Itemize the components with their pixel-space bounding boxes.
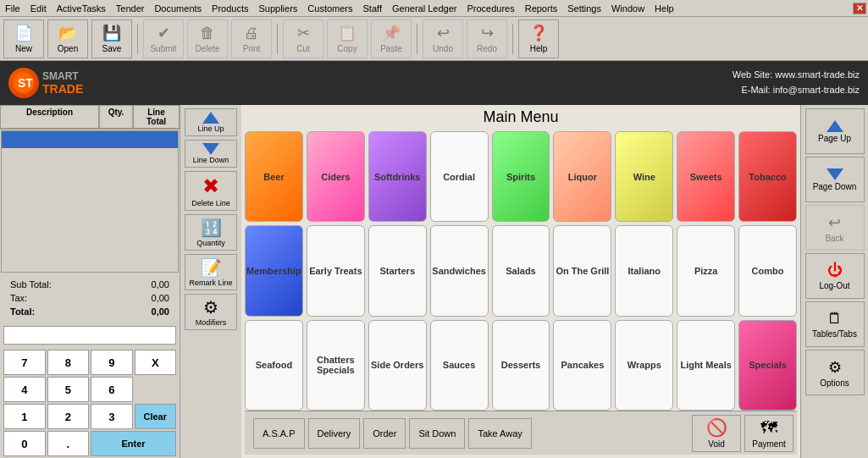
num-1[interactable]: 1	[3, 404, 46, 429]
menu-btn-pizza[interactable]: Pizza	[677, 225, 735, 316]
menu-btn-softdrinks[interactable]: Softdrinks	[368, 131, 427, 222]
menu-btn-light-meals[interactable]: Light Meals	[677, 320, 735, 411]
page-down-button[interactable]: Page Down	[805, 157, 865, 202]
menu-btn-liquor[interactable]: Liquor	[553, 131, 611, 222]
menu-btn-spirits[interactable]: Spirits	[492, 131, 550, 222]
menu-procedures[interactable]: Procedures	[462, 2, 519, 15]
menu-btn-tobacco[interactable]: Tobacco	[738, 131, 797, 222]
num-6[interactable]: 6	[91, 377, 133, 402]
line-up-button[interactable]: Line Up	[185, 108, 237, 136]
menu-btn-ciders[interactable]: Ciders	[307, 131, 365, 222]
num-2[interactable]: 2	[47, 404, 90, 429]
menu-btn-wine[interactable]: Wine	[615, 131, 673, 222]
tax-label: Tax:	[8, 292, 117, 304]
options-button[interactable]: ⚙ Options	[805, 350, 865, 395]
clear-button[interactable]: Clear	[135, 404, 177, 429]
menu-btn-pancakes[interactable]: Pancakes	[553, 320, 611, 411]
menu-help[interactable]: Help	[650, 2, 679, 15]
menu-btn-sweets[interactable]: Sweets	[677, 131, 735, 222]
take-away-button[interactable]: Take Away	[468, 418, 531, 449]
line-down-button[interactable]: Line Down	[185, 140, 237, 168]
remark-icon: 📝	[201, 257, 222, 278]
menubar: File Edit ActiveTasks Tender Documents P…	[0, 0, 868, 17]
menu-tender[interactable]: Tender	[111, 2, 150, 15]
num-3[interactable]: 3	[91, 404, 133, 429]
back-icon: ↩	[828, 213, 841, 232]
menu-btn-chatters-specials[interactable]: Chatters Specials	[307, 320, 365, 411]
menu-staff[interactable]: Staff	[358, 2, 387, 15]
num-8[interactable]: 8	[47, 350, 90, 375]
open-button[interactable]: 📂 Open	[47, 19, 88, 58]
sit-down-button[interactable]: Sit Down	[409, 418, 465, 449]
num-9[interactable]: 9	[91, 350, 133, 375]
menu-btn-sauces[interactable]: Sauces	[430, 320, 489, 411]
menu-settings[interactable]: Settings	[562, 2, 606, 15]
print-button[interactable]: 🖨 Print	[231, 19, 272, 58]
menu-btn-membership[interactable]: Membership	[245, 225, 303, 316]
logo-icon: ST	[8, 68, 39, 98]
menu-btn-beer[interactable]: Beer	[245, 131, 303, 222]
menu-btn-sandwiches[interactable]: Sandwiches	[430, 225, 489, 316]
menu-btn-combo[interactable]: Combo	[738, 225, 797, 316]
menu-documents[interactable]: Documents	[149, 2, 207, 15]
menu-btn-on-the-grill[interactable]: On The Grill	[553, 225, 611, 316]
close-button[interactable]: ✕	[853, 3, 866, 14]
log-out-button[interactable]: ⏻ Log-Out	[805, 253, 865, 299]
menu-products[interactable]: Products	[207, 2, 253, 15]
num-x[interactable]: X	[135, 350, 177, 375]
submit-button[interactable]: ✔ Submit	[143, 19, 184, 58]
enter-button[interactable]: Enter	[91, 431, 176, 456]
menu-btn-starters[interactable]: Starters	[368, 225, 427, 316]
menu-btn-wrapps[interactable]: Wrapps	[615, 320, 673, 411]
order-button[interactable]: Order	[363, 418, 406, 449]
save-button[interactable]: 💾 Save	[91, 19, 132, 58]
subtotal-label: Sub Total:	[8, 279, 117, 290]
menu-file[interactable]: File	[0, 2, 25, 15]
redo-button[interactable]: ↪ Redo	[467, 19, 507, 58]
payment-button[interactable]: 🗺 Payment	[744, 415, 793, 452]
back-button[interactable]: ↩ Back	[805, 205, 865, 251]
cut-button[interactable]: ✂ Cut	[283, 19, 323, 58]
mid-controls: Line Up Line Down ✖ Delete Line 🔢 Quanti…	[180, 105, 241, 458]
remark-line-button[interactable]: 📝 Remark Line	[185, 254, 237, 290]
delete-line-button[interactable]: ✖ Delete Line	[185, 171, 237, 211]
menu-suppliers[interactable]: Suppliers	[253, 2, 302, 15]
menu-btn-specials[interactable]: Specials	[738, 320, 797, 411]
delete-button[interactable]: 🗑 Delete	[187, 19, 228, 58]
copy-button[interactable]: 📋 Copy	[327, 19, 368, 58]
app-header: ST SMART TRADE Web Site: www.smart-trade…	[0, 61, 868, 105]
menu-activetasks[interactable]: ActiveTasks	[52, 2, 111, 15]
void-button[interactable]: 🚫 Void	[692, 415, 741, 452]
page-up-button[interactable]: Page Up	[805, 108, 865, 154]
menu-btn-cordial[interactable]: Cordial	[430, 131, 489, 222]
menu-btn-side-orders[interactable]: Side Orders	[368, 320, 427, 411]
menu-btn-desserts[interactable]: Desserts	[492, 320, 550, 411]
help-button[interactable]: ❓ Help	[518, 19, 559, 58]
num-5[interactable]: 5	[47, 377, 90, 402]
menu-window[interactable]: Window	[606, 2, 650, 15]
menu-btn-seafood[interactable]: Seafood	[245, 320, 303, 411]
menu-edit[interactable]: Edit	[25, 2, 52, 15]
menu-general-ledger[interactable]: General Ledger	[387, 2, 462, 15]
right-panel: Page Up Page Down ↩ Back ⏻ Log-Out 🗒 Tab…	[800, 105, 868, 458]
tables-tabs-button[interactable]: 🗒 Tables/Tabs	[805, 301, 865, 347]
menu-btn-salads[interactable]: Salads	[492, 225, 550, 316]
modifiers-button[interactable]: ⚙ Modifiers	[185, 294, 237, 330]
col-qty-header: Qty.	[99, 105, 133, 129]
tax-value: 0,00	[119, 292, 171, 304]
num-4[interactable]: 4	[3, 377, 46, 402]
delivery-button[interactable]: Delivery	[308, 418, 361, 449]
asap-button[interactable]: A.S.A.P	[253, 418, 305, 449]
paste-button[interactable]: 📌 Paste	[371, 19, 412, 58]
quantity-button[interactable]: 🔢 Quantity	[185, 214, 237, 251]
number-input[interactable]	[3, 326, 176, 345]
menu-btn-italiano[interactable]: Italiano	[615, 225, 673, 316]
num-0[interactable]: 0	[3, 431, 46, 456]
new-button[interactable]: 📄 New	[3, 19, 44, 58]
undo-button[interactable]: ↩ Undo	[423, 19, 463, 58]
num-7[interactable]: 7	[3, 350, 46, 375]
menu-customers[interactable]: Customers	[302, 2, 357, 15]
num-dot[interactable]: .	[47, 431, 90, 456]
menu-reports[interactable]: Reports	[520, 2, 563, 15]
menu-btn-early-treats[interactable]: Early Treats	[307, 225, 365, 316]
